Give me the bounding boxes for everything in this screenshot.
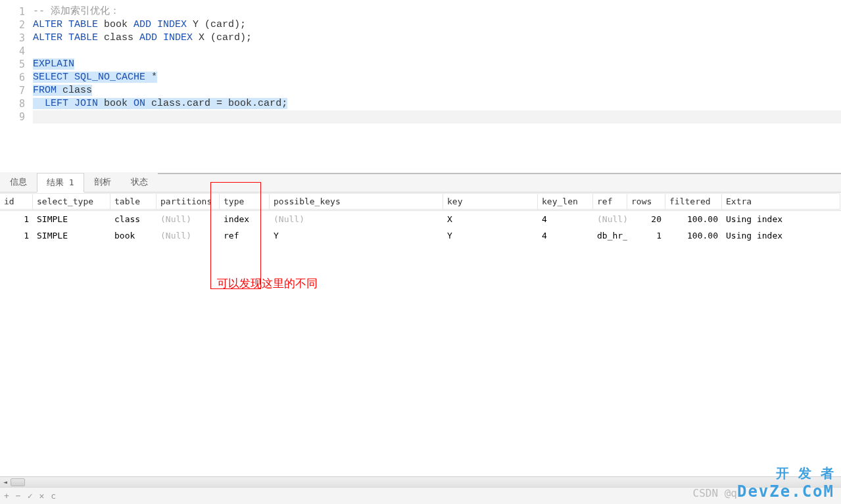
col-ref[interactable]: ref: [593, 193, 627, 210]
cell-filtered[interactable]: 100.00: [665, 229, 722, 242]
cell-table[interactable]: class: [110, 212, 156, 226]
toolbar-check-icon[interactable]: ✓: [28, 491, 33, 501]
watermark-top: 开 发 者: [776, 465, 834, 481]
scroll-thumb[interactable]: [11, 478, 25, 486]
cell-filtered[interactable]: 100.00: [665, 212, 722, 226]
cell-partitions[interactable]: (Null): [156, 229, 220, 242]
results-area: idselect_typetablepartitionstypepossible…: [0, 193, 841, 244]
table-row[interactable]: 1SIMPLEbook(Null)refYY4db_hr_1100.00Usin…: [0, 227, 841, 244]
col-key[interactable]: key: [443, 193, 538, 210]
watermark: 开 发 者 CSDN @qDevZe.CoM: [693, 465, 834, 501]
col-select_type[interactable]: select_type: [33, 193, 110, 210]
cell-ref[interactable]: (Null): [593, 212, 627, 226]
col-table[interactable]: table: [110, 193, 156, 210]
cell-possible_keys[interactable]: (Null): [270, 212, 443, 226]
table-row[interactable]: 1▶SIMPLEclass(Null)index(Null)X4(Null)20…: [0, 211, 841, 227]
cell-id[interactable]: 1▶: [0, 212, 33, 226]
toolbar-minus-icon[interactable]: −: [16, 491, 21, 501]
col-filtered[interactable]: filtered: [665, 193, 722, 210]
tab-结果 1[interactable]: 结果 1: [37, 173, 84, 193]
toolbar-refresh-icon[interactable]: c: [51, 491, 56, 501]
cell-key[interactable]: X: [443, 212, 538, 226]
toolbar-cancel-icon[interactable]: ✕: [39, 491, 44, 501]
cell-rows[interactable]: 20: [627, 212, 665, 226]
col-rows[interactable]: rows: [627, 193, 665, 210]
cell-rows[interactable]: 1: [627, 229, 665, 242]
tab-状态[interactable]: 状态: [121, 172, 158, 192]
watermark-csdn: CSDN @q: [693, 487, 737, 499]
col-possible_keys[interactable]: possible_keys: [270, 193, 443, 210]
col-type[interactable]: type: [220, 193, 270, 210]
grid-body: 1▶SIMPLEclass(Null)index(Null)X4(Null)20…: [0, 211, 841, 244]
cell-type[interactable]: index: [220, 212, 270, 226]
code-content[interactable]: -- 添加索引优化：ALTER TABLE book ADD INDEX Y (…: [33, 0, 841, 173]
cell-Extra[interactable]: Using index: [722, 212, 840, 226]
col-key_len[interactable]: key_len: [538, 193, 593, 210]
cell-type[interactable]: ref: [220, 229, 270, 242]
sql-editor[interactable]: 123456789 -- 添加索引优化：ALTER TABLE book ADD…: [0, 0, 841, 174]
cell-partitions[interactable]: (Null): [156, 212, 220, 226]
cell-key_len[interactable]: 4: [538, 212, 593, 226]
watermark-dev: DevZe.CoM: [737, 482, 834, 501]
cell-Extra[interactable]: Using index: [722, 229, 840, 242]
cell-key_len[interactable]: 4: [538, 229, 593, 242]
col-id[interactable]: id: [0, 193, 33, 210]
cell-id[interactable]: 1: [0, 229, 33, 242]
col-Extra[interactable]: Extra: [722, 193, 840, 210]
line-gutter: 123456789: [0, 0, 33, 173]
grid-header: idselect_typetablepartitionstypepossible…: [0, 193, 841, 211]
cell-possible_keys[interactable]: Y: [270, 229, 443, 242]
cell-select_type[interactable]: SIMPLE: [33, 229, 110, 242]
tab-剖析[interactable]: 剖析: [84, 172, 121, 192]
result-tabs: 信息结果 1剖析状态: [0, 174, 841, 193]
tab-信息[interactable]: 信息: [0, 172, 37, 192]
scroll-left-icon[interactable]: ◄: [0, 478, 11, 487]
annotation-text: 可以发现这里的不同: [217, 276, 318, 291]
cell-ref[interactable]: db_hr_: [593, 229, 627, 242]
toolbar-add-icon[interactable]: +: [4, 491, 9, 501]
cell-key[interactable]: Y: [443, 229, 538, 242]
cell-table[interactable]: book: [110, 229, 156, 242]
cell-select_type[interactable]: SIMPLE: [33, 212, 110, 226]
col-partitions[interactable]: partitions: [156, 193, 220, 210]
